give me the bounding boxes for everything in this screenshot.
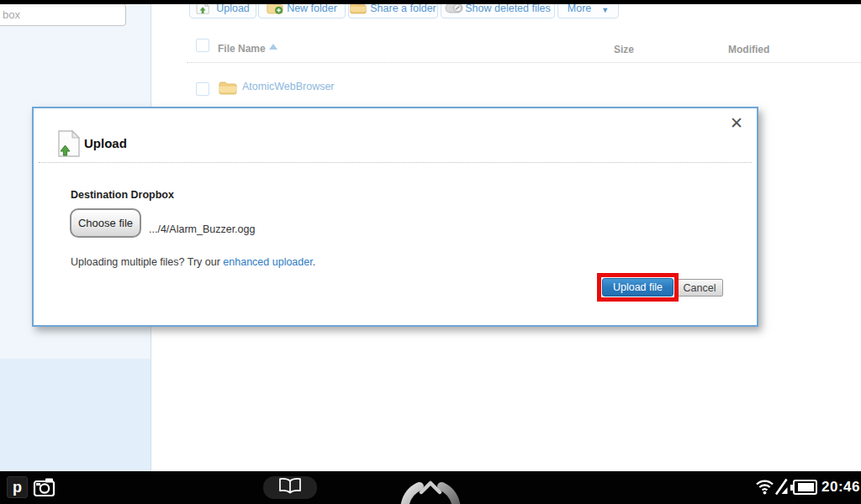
sort-ascending-icon[interactable] [269, 44, 277, 50]
toolbar-new-folder-label: New folder [287, 3, 337, 14]
toolbar-more-label: More [568, 3, 591, 14]
close-icon[interactable]: ✕ [730, 115, 743, 131]
dialog-divider [39, 162, 752, 163]
list-divider [187, 62, 861, 63]
search-input[interactable]: box [0, 3, 126, 26]
upload-file-button[interactable]: Upload file [602, 278, 673, 297]
clock: 20:46 [821, 479, 860, 496]
toolbar-share-folder-label: Share a folder [370, 3, 436, 14]
hint-prefix: Uploading multiple files? Try our [71, 256, 223, 268]
multiple-files-hint: Uploading multiple files? Try our enhanc… [71, 256, 315, 268]
chevron-up-icon [421, 483, 440, 492]
dialog-title: Upload [84, 136, 127, 150]
launcher-ring[interactable] [393, 471, 468, 504]
battery-level [798, 483, 814, 491]
p-app-icon[interactable]: p [7, 476, 28, 498]
upload-document-icon [57, 130, 80, 160]
row-checkbox[interactable] [196, 82, 209, 96]
battery-nub [790, 485, 793, 491]
select-all-checkbox[interactable] [196, 39, 209, 52]
upload-dialog: ✕ Upload Destination Dropbox Choose file… [32, 107, 758, 327]
column-header-modified[interactable]: Modified [728, 44, 769, 55]
column-header-size[interactable]: Size [614, 44, 634, 55]
highlight-annotation: Upload file [597, 273, 679, 302]
destination-label: Destination Dropbox [71, 189, 174, 201]
screen: box Upload New folder Share a folder Sho… [0, 0, 861, 504]
folder-icon [219, 81, 237, 98]
book-icon [278, 478, 302, 497]
sidebar-lower-panel [0, 359, 151, 471]
cancel-button[interactable]: Cancel [676, 279, 723, 297]
battery-icon [793, 480, 817, 495]
chevron-down-icon: ▼ [601, 6, 609, 14]
choose-file-button[interactable]: Choose file [70, 208, 141, 238]
toolbar-show-deleted-label: Show deleted files [465, 3, 550, 14]
wifi-icon [755, 479, 774, 498]
enhanced-uploader-link[interactable]: enhanced uploader [223, 256, 312, 268]
selected-file-name: .../4/Alarm_Buzzer.ogg [149, 223, 255, 235]
column-header-file-name[interactable]: File Name [218, 43, 266, 55]
camera-icon[interactable] [33, 477, 55, 501]
system-bar: p [0, 471, 861, 504]
top-bezel-strip [0, 0, 861, 4]
reader-shortcut[interactable] [263, 476, 317, 499]
file-row-link[interactable]: AtomicWebBrowser [242, 81, 335, 92]
no-signal-icon [774, 478, 789, 499]
hint-suffix: . [313, 256, 315, 268]
toolbar-upload-label: Upload [216, 3, 250, 14]
